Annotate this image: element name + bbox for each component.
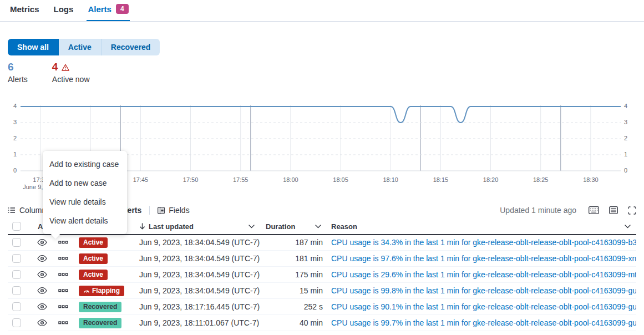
- eye-icon: [37, 303, 47, 311]
- more-actions-button[interactable]: [52, 321, 74, 324]
- last-updated-cell: Jun 9, 2023, 18:34:04.549 (UTC-7): [135, 286, 260, 295]
- last-updated-cell: Jun 9, 2023, 18:34:04.549 (UTC-7): [135, 238, 260, 247]
- view-alert-button[interactable]: [32, 271, 52, 278]
- display-options-icon[interactable]: [609, 206, 618, 214]
- row-select-cell: [8, 302, 32, 311]
- row-select-cell: [8, 254, 32, 263]
- last-updated-cell: Jun 9, 2023, 18:11:01.067 (UTC-7): [135, 318, 260, 327]
- duration-cell: 252 s: [260, 302, 327, 311]
- x-axis-tick-label: 18:20: [483, 176, 499, 183]
- row-select-cell: [8, 270, 32, 279]
- header-duration-label: Duration: [266, 222, 295, 231]
- status-badge: Active: [79, 253, 108, 264]
- filter-recovered-button[interactable]: Recovered: [102, 39, 160, 55]
- reason-link[interactable]: CPU usage is 90.1% in the last 1 min for…: [327, 302, 636, 311]
- table-row: FlappingJun 9, 2023, 18:34:04.549 (UTC-7…: [8, 283, 636, 299]
- warning-icon: [61, 63, 70, 72]
- stat-alerts-label: Alerts: [8, 75, 28, 84]
- table-row: ActiveJun 9, 2023, 18:34:04.549 (UTC-7)1…: [8, 235, 636, 251]
- status-badge: Recovered: [79, 318, 121, 328]
- row-checkbox[interactable]: [12, 302, 21, 311]
- x-axis-tick-label: 17:55: [233, 176, 249, 183]
- toolbar-divider: [149, 206, 150, 215]
- status-badge-label: Recovered: [83, 319, 117, 327]
- row-select-cell: [8, 286, 32, 295]
- top-tab-bar: Metrics Logs Alerts 4: [0, 0, 644, 22]
- select-all-checkbox[interactable]: [12, 222, 21, 231]
- status-badge: Recovered: [79, 302, 121, 312]
- boxes-horizontal-icon: [58, 257, 68, 260]
- status-cell: Active: [74, 237, 135, 248]
- view-alert-button[interactable]: [32, 238, 52, 246]
- menu-item-view-alert-details[interactable]: View alert details: [43, 211, 127, 230]
- x-axis-tick-label: 17:50: [183, 176, 199, 183]
- fullscreen-icon[interactable]: [628, 206, 636, 215]
- alerts-count-badge: 4: [116, 4, 129, 14]
- reason-link[interactable]: CPU usage is 99.8% in the last 1 min for…: [327, 286, 636, 295]
- y-axis-tick-label-right: 2: [624, 135, 627, 141]
- row-checkbox[interactable]: [12, 238, 21, 247]
- menu-item-add-existing-case[interactable]: Add to existing case: [43, 155, 127, 174]
- row-checkbox[interactable]: [12, 286, 21, 295]
- x-axis-tick-label: 18:15: [433, 176, 449, 183]
- boxes-horizontal-icon: [58, 289, 68, 292]
- reason-link[interactable]: CPU usage is 97.6% in the last 1 min for…: [327, 254, 636, 263]
- menu-item-view-rule-details[interactable]: View rule details: [43, 192, 127, 211]
- column-menu-chevron-icon[interactable]: [249, 225, 255, 229]
- status-badge: Flapping: [79, 286, 124, 296]
- header-reason[interactable]: Reason: [327, 222, 636, 231]
- reason-link[interactable]: CPU usage is 29.6% in the last 1 min for…: [327, 270, 636, 279]
- reason-link[interactable]: CPU usage is 34.3% in the last 1 min for…: [327, 238, 636, 247]
- y-axis-tick-label: 3: [8, 119, 17, 125]
- row-checkbox[interactable]: [12, 318, 21, 327]
- status-cell: Flapping: [74, 286, 135, 296]
- more-actions-button[interactable]: [52, 289, 74, 292]
- y-axis-tick-label-right: 4: [624, 103, 627, 109]
- more-actions-button[interactable]: [52, 273, 74, 276]
- reason-link[interactable]: CPU usage is 99.7% in the last 1 min for…: [327, 318, 636, 327]
- x-axis-tick-label: 18:25: [533, 176, 549, 183]
- alert-stats: 6 Alerts 4 Active now: [8, 61, 90, 84]
- boxes-horizontal-icon: [58, 305, 68, 308]
- y-axis-tick-label: 1: [8, 151, 17, 158]
- filter-active-button[interactable]: Active: [59, 39, 102, 55]
- row-actions-context-menu: Add to existing case Add to new case Vie…: [43, 151, 127, 234]
- y-axis-tick-label-right: 3: [624, 119, 627, 125]
- filter-show-all-button[interactable]: Show all: [8, 39, 59, 55]
- menu-item-add-new-case[interactable]: Add to new case: [43, 174, 127, 192]
- duration-cell: 175 min: [260, 270, 327, 279]
- fields-button[interactable]: Fields: [158, 206, 189, 215]
- more-actions-button[interactable]: [52, 257, 74, 260]
- view-alert-button[interactable]: [32, 287, 52, 295]
- status-badge-label: Recovered: [83, 303, 117, 311]
- column-menu-chevron-icon[interactable]: [625, 225, 631, 229]
- row-checkbox[interactable]: [12, 254, 21, 263]
- tab-metrics-label: Metrics: [10, 4, 39, 14]
- header-last-updated[interactable]: Last updated: [135, 222, 260, 231]
- eye-icon: [37, 319, 47, 327]
- column-menu-chevron-icon[interactable]: [315, 225, 321, 229]
- y-axis-tick-label-right: 0: [624, 167, 627, 174]
- alerts-table-body: ActiveJun 9, 2023, 18:34:04.549 (UTC-7)1…: [8, 235, 636, 331]
- tab-alerts-label: Alerts: [88, 4, 111, 14]
- tab-logs[interactable]: Logs: [53, 0, 75, 21]
- row-checkbox[interactable]: [12, 270, 21, 279]
- view-alert-button[interactable]: [32, 319, 52, 327]
- more-actions-button[interactable]: [52, 305, 74, 308]
- header-select-all: [8, 222, 32, 231]
- view-alert-button[interactable]: [32, 255, 52, 262]
- stat-active-label: Active now: [52, 75, 90, 84]
- view-alert-button[interactable]: [32, 303, 52, 311]
- more-actions-button[interactable]: [52, 241, 74, 244]
- duration-cell: 181 min: [260, 254, 327, 263]
- alerts-page: Metrics Logs Alerts 4 Show all Active Re…: [0, 0, 644, 335]
- fields-icon: [158, 207, 165, 214]
- tab-alerts[interactable]: Alerts 4: [87, 0, 129, 21]
- header-duration[interactable]: Duration: [260, 222, 327, 231]
- stat-alerts-count: 6: [8, 61, 28, 73]
- duration-cell: 15 min: [260, 286, 327, 295]
- tab-metrics[interactable]: Metrics: [9, 0, 40, 21]
- status-badge-label: Flapping: [92, 287, 120, 295]
- keyboard-shortcuts-icon[interactable]: [589, 206, 599, 214]
- y-axis-tick-label-right: 1: [624, 151, 627, 158]
